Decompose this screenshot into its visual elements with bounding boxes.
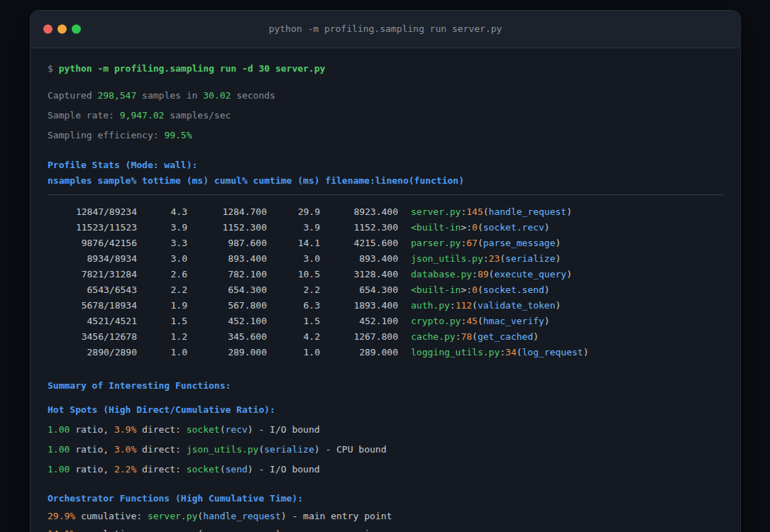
text-segment: 298,547 (97, 90, 136, 101)
text-segment: hmac_verify (483, 316, 544, 326)
terminal-output[interactable]: $ python -m profiling.sampling run -d 30… (31, 48, 740, 532)
cumul-pct-cell: 4.2 (267, 329, 320, 345)
close-button[interactable] (43, 25, 53, 34)
text-segment: samples in (136, 90, 203, 101)
text-segment: 0 (472, 284, 478, 295)
hot-spot-line: 1.00 ratio, 3.9% direct: socket(recv) - … (48, 422, 723, 438)
text-segment: handle_request (489, 206, 567, 217)
orchestrator-line: 29.9% cumulative: server.py(handle_reque… (48, 509, 723, 524)
text-segment: 145 (466, 206, 483, 217)
text-segment: 0 (472, 222, 478, 233)
text-segment: Sample rate: (48, 110, 120, 121)
minimize-button[interactable] (57, 25, 67, 34)
stat-line: Captured 298,547 samples in 30.02 second… (48, 88, 723, 104)
tottime-cell: 654.300 (187, 282, 267, 298)
nsamples-cell: 5678/18934 (48, 298, 137, 314)
cumtime-cell: 452.100 (320, 314, 398, 329)
location-cell: crypto.py:45(hmac_verify) (398, 314, 723, 329)
hot-spots-heading: Hot Spots (High Direct/Cumulative Ratio)… (48, 402, 723, 418)
text-segment: 1.00 (48, 444, 70, 455)
stat-line: Sample rate: 9,947.02 samples/sec (48, 108, 723, 123)
cumul-pct-cell: 6.3 (267, 298, 320, 314)
table-row: 7821/31284 2.6 782.100 10.5 3128.400 dat… (48, 267, 723, 282)
text-segment: ) (556, 238, 561, 248)
table-row: 3456/12678 1.2 345.600 4.2 1267.800 cach… (48, 329, 723, 345)
text-segment: <built-in (411, 284, 461, 295)
table-row: 9876/42156 3.3 987.600 14.1 4215.600 par… (48, 235, 723, 251)
text-segment: ( (220, 464, 226, 475)
tottime-cell: 452.100 (187, 314, 267, 329)
cumul-pct-cell: 14.1 (267, 235, 320, 251)
cumtime-cell: 1893.400 (320, 298, 398, 314)
tottime-cell: 345.600 (187, 329, 267, 345)
text-segment: ( (483, 206, 489, 217)
cumtime-cell: 289.000 (320, 345, 398, 360)
text-segment: ratio, (70, 424, 114, 435)
text-segment: cumulative: (75, 511, 148, 521)
cumtime-cell: 1267.800 (320, 329, 398, 345)
nsamples-cell: 8934/8934 (48, 251, 137, 267)
tottime-cell: 289.000 (187, 345, 267, 360)
table-row: 4521/4521 1.5 452.100 1.5 452.100 crypto… (48, 314, 723, 329)
text-segment: handle_request (203, 511, 281, 521)
text-segment: ) - I/O bound (248, 464, 320, 475)
text-segment: ) (544, 284, 550, 295)
text-segment: ) (533, 331, 539, 342)
text-segment: 99.5% (164, 130, 192, 140)
text-segment: socket.recv (483, 222, 544, 233)
profile-table: 12847/89234 4.3 1284.700 29.9 8923.400 s… (48, 204, 723, 360)
table-row: 11523/11523 3.9 1152.300 3.9 1152.300 <b… (48, 220, 723, 235)
text-segment: socket (187, 464, 220, 475)
text-segment: ) - main entry point (281, 511, 392, 521)
text-segment: server.py (148, 511, 197, 521)
text-segment: 34 (505, 347, 517, 358)
tottime-cell: 1152.300 (187, 220, 267, 235)
text-segment: 30.02 (203, 90, 231, 101)
nsamples-cell: 7821/31284 (48, 267, 137, 282)
table-row: 6543/6543 2.2 654.300 2.2 654.300 <built… (48, 282, 723, 298)
text-segment: 3.9% (114, 424, 136, 435)
text-segment: execute_query (494, 269, 566, 279)
text-segment: database.py (411, 269, 472, 279)
text-segment: send (226, 464, 248, 475)
text-segment: 112 (456, 300, 472, 311)
maximize-button[interactable] (72, 25, 81, 34)
location-cell: parser.py:67(parse_message) (398, 235, 723, 251)
sample-pct-cell: 3.9 (137, 220, 187, 235)
summary-heading: Summary of Interesting Functions: (48, 378, 723, 394)
text-segment: ( (197, 511, 203, 521)
text-segment: 9,947.02 (120, 110, 165, 121)
text-segment: 1.00 (48, 464, 70, 475)
text-segment: ( (197, 528, 203, 532)
cumul-pct-cell: 29.9 (267, 204, 320, 220)
text-segment: ) - message parsing (275, 528, 381, 532)
text-segment: : (483, 253, 489, 264)
text-segment: 1.00 (48, 424, 70, 435)
text-segment: >: (461, 284, 472, 295)
text-segment: 67 (466, 238, 478, 248)
text-segment: <built-in (411, 222, 461, 233)
capture-stats: Captured 298,547 samples in 30.02 second… (48, 88, 723, 143)
sample-pct-cell: 1.0 (137, 345, 187, 360)
nsamples-cell: 11523/11523 (48, 220, 137, 235)
text-segment: ( (478, 316, 483, 326)
text-segment: crypto.py (411, 316, 461, 326)
titlebar[interactable]: python -m profiling.sampling run server.… (31, 11, 740, 48)
text-segment: ratio, (70, 464, 114, 475)
window-title: python -m profiling.sampling run server.… (31, 11, 740, 48)
table-row: 5678/18934 1.9 567.800 6.3 1893.400 auth… (48, 298, 723, 314)
sample-pct-cell: 3.3 (137, 235, 187, 251)
text-segment: $ (48, 63, 59, 74)
text-segment: direct: (136, 444, 186, 455)
sample-pct-cell: 2.2 (137, 282, 187, 298)
orchestrator-list: 29.9% cumulative: server.py(handle_reque… (48, 509, 723, 532)
text-segment: ) (583, 347, 589, 358)
nsamples-cell: 4521/4521 (48, 314, 137, 329)
orchestrator-line: 14.1% cumulative: parser.py(parse_messag… (48, 526, 723, 532)
text-segment: serialize (505, 253, 555, 264)
text-segment: ) - I/O bound (248, 424, 320, 435)
text-segment: ( (220, 424, 226, 435)
hot-spots-list: 1.00 ratio, 3.9% direct: socket(recv) - … (48, 422, 723, 477)
text-segment: ( (478, 238, 483, 248)
text-segment: parser.py (148, 528, 197, 532)
